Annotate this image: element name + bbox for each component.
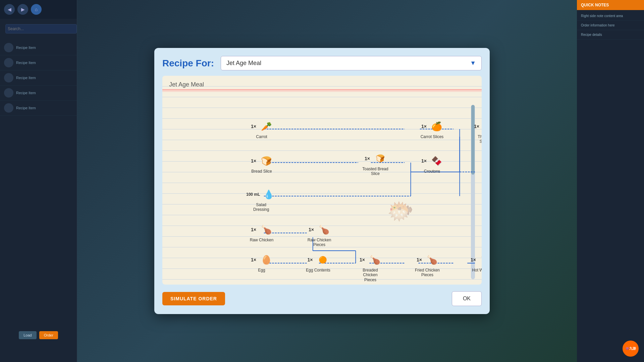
croutons-label: Croutons [424, 169, 440, 174]
recipe-card: Jet Age Meal [162, 76, 482, 285]
egg-qty: 1× [250, 257, 258, 262]
niuyou-logo-text: 👾九游 [625, 346, 636, 351]
ingredient-raw-chicken-pieces: 1× 🍗 Raw Chicken Pieces [306, 222, 333, 247]
toasted-bread-label: Toasted Bread Slice [362, 167, 389, 176]
carrot-icon: 🥕 [259, 119, 274, 134]
egg-contents-label: Egg Contents [306, 268, 330, 273]
bread-slice-icon: 🍞 [259, 154, 274, 168]
chevron-down-icon: ▼ [470, 60, 476, 67]
recipe-dropdown-value: Jet Age Meal [226, 60, 261, 67]
ingredient-raw-chicken: 1× 🍗 Raw Chicken [250, 222, 274, 242]
raw-chicken-pieces-icon: 🍗 [317, 222, 331, 237]
ingredient-big-salad: 1× 🥗 The Big Salad [473, 119, 482, 144]
ingredient-hot-wings: 1× 🍗 Hot Wings [469, 252, 482, 273]
raw-chicken-qty: 1× [250, 227, 258, 232]
ingredient-toasted-bread: 1× 🍞 Toasted Bread Slice [362, 151, 389, 176]
bread-slice-label: Bread Slice [251, 169, 272, 174]
simulate-order-button[interactable]: SIMULATE ORDER [162, 292, 225, 305]
ingredient-salad-dressing: 100 mL 💧 Salad Dressing [246, 187, 276, 212]
recipe-tree: 1× 🥕 Carrot 1× 🍊 Carrot Slices [169, 105, 475, 279]
carrot-qty: 1× [250, 124, 258, 129]
salad-dressing-label: Salad Dressing [248, 202, 275, 212]
raw-chicken-icon: 🍗 [259, 222, 274, 237]
salad-dressing-icon: 💧 [261, 187, 276, 202]
carrot-label: Carrot [256, 134, 267, 139]
recipe-for-label: Recipe For: [162, 58, 214, 69]
croutons-qty: 1× [420, 158, 428, 164]
ingredient-carrot-slices: 1× 🍊 Carrot Slices [420, 119, 444, 139]
bread-slice-qty: 1× [250, 158, 258, 164]
hot-wings-qty: 1× [469, 257, 477, 262]
modal-footer: SIMULATE ORDER OK [162, 291, 482, 306]
raw-chicken-pieces-qty: 1× [307, 227, 315, 232]
salad-dressing-qty: 100 mL [246, 192, 260, 197]
recipe-dropdown[interactable]: Jet Age Meal ▼ [221, 56, 482, 70]
modal-header: Recipe For: Jet Age Meal ▼ [162, 56, 482, 70]
toasted-bread-icon: 🍞 [373, 151, 387, 166]
fried-chicken-icon: 🍗 [425, 252, 439, 267]
niuyou-logo: 👾九游 [623, 341, 639, 357]
ingredient-egg-contents: 1× 🟠 Egg Contents [306, 252, 330, 273]
fried-chicken-label: Fried Chicken Pieces [414, 268, 441, 278]
ingredient-croutons: 1× 🍫 Croutons [420, 154, 444, 174]
recipe-card-line-2 [162, 91, 482, 92]
egg-contents-qty: 1× [306, 257, 314, 262]
ok-button[interactable]: OK [452, 291, 482, 306]
recipe-modal: Recipe For: Jet Age Meal ▼ Jet Age Meal [154, 48, 490, 314]
ingredient-bread-slice: 1× 🍞 Bread Slice [250, 154, 274, 174]
raw-chicken-label: Raw Chicken [250, 238, 274, 242]
modal-overlay: Recipe For: Jet Age Meal ▼ Jet Age Meal [0, 0, 644, 362]
big-salad-qty: 1× [473, 124, 481, 129]
breaded-chicken-qty: 1× [358, 257, 366, 262]
hot-wings-icon: 🍗 [479, 252, 482, 267]
ingredient-breaded-chicken: 1× 🍗 Breaded Chicken Pieces [357, 252, 384, 282]
egg-label: Egg [258, 268, 265, 273]
recipe-card-title: Jet Age Meal [169, 81, 475, 88]
hot-wings-label: Hot Wings [472, 268, 482, 273]
ingredient-carrot: 1× 🥕 Carrot [250, 119, 274, 139]
breaded-chicken-icon: 🍗 [368, 252, 382, 267]
carrot-slices-label: Carrot Slices [421, 134, 444, 139]
carrot-slices-icon: 🍊 [429, 119, 444, 134]
big-salad-label: The Big Salad [473, 134, 482, 144]
watermark-character: 🐡 [387, 199, 414, 224]
ingredient-fried-chicken: 1× 🍗 Fried Chicken Pieces [414, 252, 441, 278]
recipe-card-line-1 [162, 89, 482, 90]
raw-chicken-pieces-label: Raw Chicken Pieces [306, 238, 333, 247]
carrot-slices-qty: 1× [420, 124, 428, 129]
croutons-icon: 🍫 [429, 154, 444, 168]
toasted-bread-qty: 1× [363, 156, 371, 161]
egg-icon: 🥚 [259, 252, 274, 267]
fried-chicken-qty: 1× [415, 257, 423, 262]
egg-contents-icon: 🟠 [315, 252, 330, 267]
breaded-chicken-label: Breaded Chicken Pieces [357, 268, 384, 282]
ingredient-egg: 1× 🥚 Egg [250, 252, 274, 273]
